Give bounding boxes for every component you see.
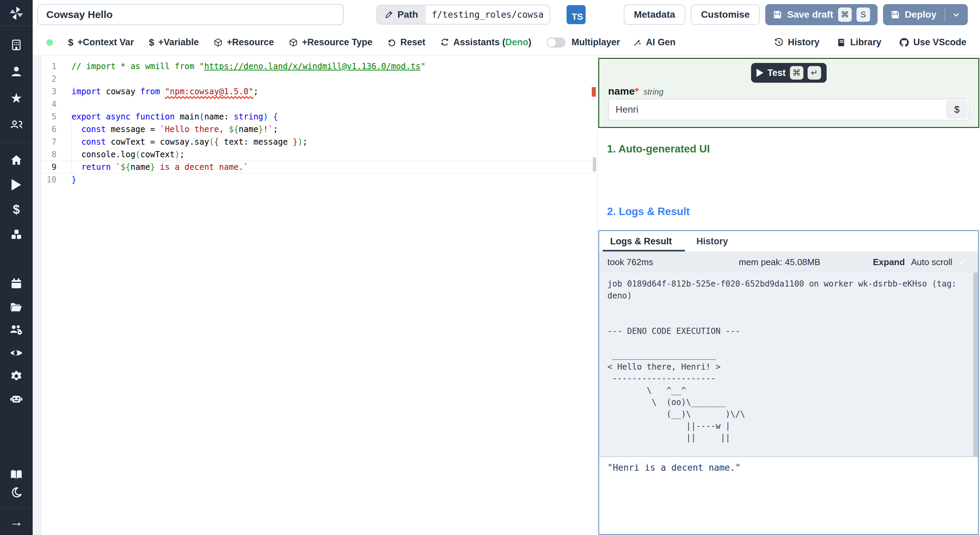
docs-icon[interactable]	[0, 467, 33, 482]
library-button[interactable]: Library	[837, 37, 881, 48]
user-icon[interactable]	[0, 64, 33, 79]
test-args-box: Test ⌘ ↵ name* string $	[598, 58, 979, 128]
audit-logs-icon[interactable]	[0, 345, 33, 361]
code-text: console.log(cowText);	[63, 150, 185, 159]
logs-scrollbar[interactable]	[973, 272, 978, 456]
code-line[interactable]: 2	[41, 73, 597, 85]
chevron-down-icon[interactable]	[952, 11, 960, 19]
line-number: 8	[41, 150, 63, 159]
script-title-input[interactable]	[37, 4, 344, 25]
preview-panel: Test ⌘ ↵ name* string $ 1. Auto-generate…	[597, 56, 980, 535]
sidebar-group-workspace: ★	[0, 26, 33, 132]
variables-icon[interactable]: $	[0, 202, 33, 218]
duration-label: took 762ms	[608, 257, 739, 268]
section-auto-generated-ui: 1. Auto-generated UI	[607, 143, 980, 155]
folders-icon[interactable]	[0, 299, 33, 314]
assistants-lang: Deno	[505, 37, 528, 47]
code-text: return `${name} is a decent name.`	[63, 162, 248, 172]
path-button[interactable]: Path f/testing_roles/cowsa	[376, 5, 550, 24]
save-draft-button[interactable]: Save draft ⌘ S	[765, 4, 877, 25]
code-line[interactable]: 4	[41, 98, 597, 110]
code-text: // import * as wmill from "https://deno.…	[63, 62, 425, 71]
required-asterisk: *	[635, 85, 639, 97]
save-icon	[773, 10, 782, 19]
customise-button[interactable]: Customise	[691, 5, 760, 25]
code-text: const message = `Hello there, ${name}!`;	[63, 124, 278, 134]
reset-button[interactable]: Reset	[387, 37, 425, 48]
sidebar-group-admin	[0, 268, 33, 407]
resources-icon[interactable]	[0, 227, 33, 242]
groups-icon[interactable]	[0, 322, 33, 338]
code-text: import cowsay from "npm:cowsay@1.5.0";	[63, 87, 258, 96]
dark-mode-icon[interactable]	[0, 485, 33, 501]
test-button[interactable]: Test ⌘ ↵	[751, 63, 827, 83]
code-line[interactable]: 6 const message = `Hello there, ${name}!…	[41, 123, 597, 135]
code-line[interactable]: 9 return `${name} is a decent name.`	[41, 161, 597, 173]
multiplayer-toggle[interactable]	[546, 37, 566, 48]
code-lines[interactable]: 1// import * as wmill from "https://deno…	[41, 60, 597, 186]
deploy-split-divider	[945, 8, 945, 21]
play-icon	[756, 69, 763, 77]
add-variable-button[interactable]: $ +Variable	[149, 37, 199, 48]
deploy-button[interactable]: Deploy	[883, 4, 968, 25]
code-line[interactable]: 3import cowsay from "npm:cowsay@1.5.0";	[41, 85, 597, 98]
tabs: Logs & Result History	[599, 231, 978, 252]
assistants-button[interactable]: Assistants (Deno)	[440, 37, 531, 48]
code-line[interactable]: 5export async function main(name: string…	[41, 110, 597, 123]
workers-icon[interactable]	[0, 392, 33, 407]
editor-scrollbar-thumb[interactable]	[593, 157, 596, 172]
code-line[interactable]: 7 const cowText = cowsay.say({ text: mes…	[41, 135, 597, 148]
code-editor[interactable]: 1// import * as wmill from "https://deno…	[33, 56, 597, 535]
windmill-logo-icon[interactable]	[0, 5, 33, 21]
code-line[interactable]: 10}	[41, 173, 597, 186]
toggle-knob	[547, 38, 556, 47]
logs-body[interactable]: job 0189d64f-812b-525e-f020-652bd9da1100…	[599, 272, 978, 456]
line-number: 2	[41, 74, 63, 84]
autoscroll-toggle[interactable]: Auto scroll	[911, 257, 952, 268]
path-label[interactable]: Path	[377, 5, 426, 24]
add-context-var-button[interactable]: $ +Context Var	[68, 37, 134, 48]
runs-icon[interactable]	[0, 177, 33, 193]
add-resource-type-button[interactable]: +Resource Type	[289, 37, 372, 48]
sidebar: ★ $	[0, 0, 33, 535]
code-line[interactable]: 1// import * as wmill from "https://deno…	[41, 60, 597, 73]
main-column: Path f/testing_roles/cowsa TS Metadata C…	[33, 0, 980, 535]
code-line[interactable]: 8 console.log(cowText);	[41, 148, 597, 161]
expand-button[interactable]: Expand	[873, 257, 905, 268]
building-icon[interactable]	[0, 37, 33, 53]
name-input[interactable]	[609, 99, 945, 120]
content: 1// import * as wmill from "https://deno…	[33, 56, 980, 535]
insert-variable-button[interactable]: $	[946, 101, 967, 118]
star-icon[interactable]: ★	[0, 90, 33, 106]
logs-header: took 762ms mem peak: 45.08MB Expand Auto…	[599, 252, 978, 272]
multiplayer-toggle-group: Multiplayer	[546, 37, 620, 48]
collapse-sidebar-icon[interactable]: →	[0, 514, 33, 530]
community-icon[interactable]	[0, 117, 33, 132]
editor-toolbar: $ +Context Var $ +Variable +Resource +Re…	[33, 29, 980, 56]
line-number: 6	[41, 124, 63, 134]
metadata-button[interactable]: Metadata	[624, 5, 685, 25]
ai-gen-button[interactable]: AI Gen	[633, 37, 675, 48]
add-resource-button[interactable]: +Resource	[214, 37, 274, 48]
tab-logs-result[interactable]: Logs & Result	[608, 231, 675, 252]
path-value[interactable]: f/testing_roles/cowsa	[426, 5, 550, 24]
use-vscode-button[interactable]: Use VScode	[899, 37, 966, 48]
section-logs-result: 2. Logs & Result	[607, 205, 980, 218]
settings-icon[interactable]	[0, 368, 33, 384]
line-number: 7	[41, 137, 63, 146]
topbar: Path f/testing_roles/cowsa TS Metadata C…	[33, 0, 980, 29]
refresh-icon	[440, 38, 449, 47]
code-text: }	[63, 175, 76, 185]
schedules-icon[interactable]	[0, 275, 33, 291]
save-icon	[891, 10, 900, 19]
code-text: const cowText = cowsay.say({ text: messa…	[63, 137, 308, 146]
s-key: S	[856, 8, 870, 22]
tab-history[interactable]: History	[694, 231, 731, 252]
home-icon[interactable]	[0, 152, 33, 168]
topbar-actions: Metadata Customise Save draft ⌘ S Deploy	[624, 4, 968, 25]
sidebar-group-main: $	[0, 143, 33, 242]
dollar-icon: $	[68, 37, 73, 48]
history-button[interactable]: History	[774, 37, 819, 48]
cmd-key: ⌘	[838, 8, 852, 22]
pencil-icon	[385, 10, 393, 19]
